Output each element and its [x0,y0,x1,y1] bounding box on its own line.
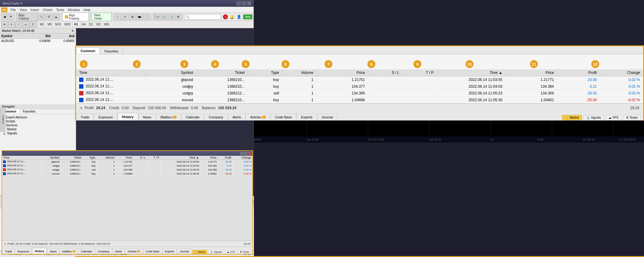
algo-trading-btn[interactable]: A Algo Trading [62,13,89,21]
large-col-time2[interactable]: Time ▲ [437,69,506,76]
line-tool[interactable]: / [15,21,22,28]
large-col-ticket[interactable]: Ticket [196,69,248,76]
inner-tab-journal[interactable]: Journal [177,248,192,254]
nav-tab-favorites[interactable]: Favorites [20,109,38,114]
inner-trade-row[interactable]: ↑ 2022.06.14 11:... usdjpy 1366210... bu… [2,164,252,168]
large-col-price2[interactable]: Price [506,69,557,76]
account-btn[interactable]: 👤 [236,14,243,20]
large-tab-trade[interactable]: Trade [76,113,94,120]
large-trade-row[interactable]: ↑ 2022.06.14 11:... usdjpy 1366210... bu… [76,83,643,90]
inner-tab-calendar[interactable]: Calendar [78,248,95,254]
inner-trade-row[interactable]: ↓ 2022.06.14 11:... usdjpy 1366212... se… [2,168,252,172]
mw-row[interactable]: AUDUSD 0.69898 0.69905 [0,39,76,44]
large-trade-row[interactable]: ↑ 2022.06.14 11:... gbpusd 1366210... bu… [76,76,643,83]
inner-tab-company[interactable]: Company [95,248,112,254]
large-tab-exposure[interactable]: Exposure [94,113,117,120]
menu-tools[interactable]: Tools [54,7,66,12]
menu-window[interactable]: Window [66,7,82,12]
chart-btn1[interactable]: ↕ [114,14,121,20]
large-tab-calendar[interactable]: Calendar [181,113,204,120]
inner-trade-row[interactable]: ↑ 2022.06.14 11:... gbpusd 1366210... bu… [2,160,252,164]
hline-tool[interactable]: ═ [22,21,29,28]
large-tab-articles[interactable]: Articles1 [246,113,270,120]
tf-m30[interactable]: M30 [63,22,72,27]
large-col-volume[interactable]: Volume [282,69,316,76]
inner-signals-btn[interactable]: 📡 Signals [208,250,224,254]
cloud-btn[interactable]: ☁ [53,14,59,20]
inner-max-btn[interactable]: □ [244,152,247,155]
menu-insert[interactable]: Insert [29,7,41,12]
large-tab-mailbox[interactable]: Mailbox7 [156,113,181,120]
chart-btn2[interactable]: ≡ [122,14,128,20]
tf-m5[interactable]: M5 [46,22,53,27]
chart-btn3[interactable]: ⊞ [129,14,136,20]
nav-item-services[interactable]: ▶ Services [1,123,75,127]
build-btn[interactable]: 🔨 [38,14,45,20]
large-tab-common[interactable]: Common [76,47,100,54]
new-order-btn[interactable]: New Order [91,13,112,21]
mw-col-symbol[interactable]: Symbol [0,34,28,39]
inner-tab-codebase[interactable]: Code Base [143,248,162,254]
chart-btn5[interactable]: ⋮ [144,14,150,20]
nav-item-signals[interactable]: 📡 Signals [1,131,75,135]
inner-tab-alerts[interactable]: Alerts [112,248,125,254]
search-input-area[interactable]: 🔍 [184,14,221,20]
inner-tab-experts[interactable]: Experts [162,248,177,254]
mw-col-bid[interactable]: Bid [28,34,52,39]
large-trade-row[interactable]: ↓ 2022.06.14 11:... usdjpy 1366212... se… [76,90,643,97]
back-btn[interactable]: ◀ [1,14,8,20]
large-col-sl[interactable]: S / L [368,69,402,76]
refresh-btn[interactable]: ↺ [45,14,52,20]
tf-mn[interactable]: MN [103,22,111,27]
inner-close-btn[interactable]: ✕ [248,152,251,155]
large-col-time[interactable]: Time [76,69,145,76]
inner-tab-news[interactable]: News [47,248,59,254]
inner-vps-btn[interactable]: ☁ VPS [225,250,237,254]
nav-dropdown[interactable]: ▼ [9,14,13,20]
market-watch-close[interactable]: ✕ [71,29,74,33]
inner-tab-mailbox[interactable]: Mailbox7 [59,248,78,254]
large-col-profit[interactable]: Profit [557,69,600,76]
minimize-btn[interactable]: ─ [236,1,241,6]
close-btn[interactable]: ✕ [247,1,251,6]
tf-h1[interactable]: H1 [72,22,80,27]
large-tester-btn[interactable]: ⚙ Tester [623,115,641,120]
large-tab-history[interactable]: History [117,113,138,120]
large-tab-alerts[interactable]: Alerts [228,113,246,120]
large-trade-row[interactable]: ↑ 2022.06.14 11:... eurusd 1366210... bu… [76,97,643,103]
large-col-symbol[interactable]: Symbol [145,69,196,76]
inner-tab-exposure[interactable]: Exposure [15,248,32,254]
menu-help[interactable]: Help [82,7,92,12]
large-col-price[interactable]: Price [316,69,368,76]
settings-btn[interactable]: ⚙ [175,14,182,20]
nav-item-market[interactable]: 🛒 Market [1,127,75,131]
large-tab-codebase[interactable]: Code Base [270,113,296,120]
inner-tester-btn[interactable]: ⚙ Tester [238,250,251,254]
zoom-in-btn[interactable]: 🔍+ [153,14,160,20]
zoom-out-btn[interactable]: 🔍- [160,14,167,20]
ide-btn[interactable]: Algo Trading [16,13,38,21]
tf-h4[interactable]: H4 [80,22,87,27]
search-btn[interactable]: 🔍 [168,14,174,20]
large-tab-journal[interactable]: Journal [317,113,337,120]
large-col-type[interactable]: Type [248,69,282,76]
large-col-change[interactable]: Change [600,69,643,76]
large-tab-news[interactable]: News [138,113,156,120]
inner-market-btn[interactable]: 🛒 Market [192,250,207,254]
menu-file[interactable]: File [9,7,18,12]
tf-m15[interactable]: M15 [54,22,63,27]
mw-col-ask[interactable]: Ask [52,34,76,39]
large-market-btn[interactable]: 🛒 Market [562,115,582,120]
inner-min-btn[interactable]: ─ [240,152,243,155]
tf-d1[interactable]: D1 [87,22,94,27]
inner-tab-articles[interactable]: Articles1 [125,248,143,254]
menu-view[interactable]: View [18,7,29,12]
large-tab-company[interactable]: Company [204,113,228,120]
crosshair-tool[interactable]: + [8,21,15,28]
large-tab-experts[interactable]: Experts [297,113,317,120]
chart-btn4[interactable]: ◀▶ [136,14,143,20]
inner-tab-history[interactable]: History [32,248,47,254]
notification-btn[interactable]: 🔔 [228,14,235,20]
inner-trade-row[interactable]: ↑ 2022.06.14 11:... eurusd 1366210... bu… [2,172,252,176]
nav-item-scripts[interactable]: ▶ Scripts [1,119,75,123]
